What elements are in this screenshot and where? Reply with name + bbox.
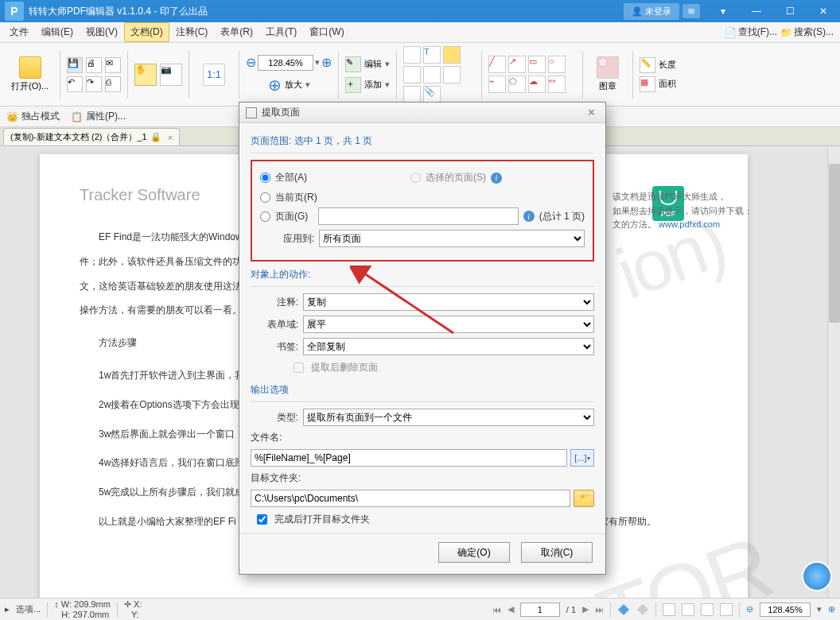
pdf-note-link[interactable]: www.pdfxd.com bbox=[659, 219, 720, 229]
radio-all-pages[interactable]: 全部(A) bbox=[260, 171, 307, 184]
menu-window[interactable]: 窗口(W) bbox=[303, 22, 350, 42]
strike-icon[interactable] bbox=[443, 66, 461, 83]
properties-button[interactable]: 📋 属性(P)... bbox=[71, 110, 126, 123]
polyline-icon[interactable]: ⌁ bbox=[488, 76, 506, 93]
menu-edit[interactable]: 编辑(E) bbox=[35, 22, 80, 42]
page-number-input[interactable] bbox=[520, 603, 560, 617]
form-fields-select[interactable]: 展平 bbox=[303, 316, 594, 333]
oval-icon[interactable]: ○ bbox=[548, 56, 566, 73]
note-icon[interactable] bbox=[403, 46, 421, 64]
measure-area-button[interactable]: ▦ 面积 bbox=[640, 76, 676, 92]
measure-distance-button[interactable]: 📏 长度 bbox=[640, 57, 676, 73]
next-page-icon[interactable]: ▶ bbox=[582, 604, 589, 614]
menu-tools[interactable]: 工具(T) bbox=[259, 22, 303, 42]
zoom-status-dropdown-icon[interactable]: ▾ bbox=[817, 604, 822, 614]
undo-icon[interactable]: ↶ bbox=[67, 76, 83, 92]
highlight-icon[interactable] bbox=[443, 46, 461, 64]
last-page-icon[interactable]: ⏭ bbox=[595, 605, 604, 614]
radio-pages-input[interactable] bbox=[260, 211, 270, 222]
radio-current-input[interactable] bbox=[260, 192, 270, 203]
open-after-checkbox[interactable] bbox=[257, 514, 267, 525]
menu-view[interactable]: 视图(V) bbox=[80, 22, 124, 42]
zoom-out-status-icon[interactable]: ⊖ bbox=[746, 604, 753, 614]
scrollbar-thumb[interactable] bbox=[829, 164, 840, 323]
network-icon[interactable]: ≋ bbox=[682, 4, 700, 18]
polygon-icon[interactable]: ⬠ bbox=[508, 76, 526, 93]
vertical-scrollbar[interactable] bbox=[827, 148, 840, 598]
zoom-in-large-icon[interactable]: ⊕ bbox=[268, 76, 282, 95]
edit-content-icon[interactable]: ✎ bbox=[345, 56, 361, 72]
callout-icon[interactable] bbox=[423, 66, 441, 83]
typewriter-icon[interactable]: T bbox=[423, 46, 441, 64]
zoom-dropdown-icon[interactable]: ▾ bbox=[315, 57, 320, 68]
output-type-select[interactable]: 提取所有页面到一个文件 bbox=[303, 409, 594, 426]
hand-tool-icon[interactable]: ✋ bbox=[134, 64, 157, 86]
bookmarks-select[interactable]: 全部复制 bbox=[303, 338, 594, 355]
menu-document[interactable]: 文档(D) bbox=[124, 22, 169, 42]
actual-size-button[interactable]: 1:1 bbox=[196, 60, 232, 89]
title-dropdown-button[interactable]: ▾ bbox=[706, 0, 740, 22]
menu-form[interactable]: 表单(R) bbox=[214, 22, 259, 42]
info-icon[interactable]: i bbox=[523, 211, 535, 222]
mail-icon[interactable]: ✉ bbox=[105, 57, 121, 73]
maximize-button[interactable]: ☐ bbox=[773, 0, 807, 22]
browse-button[interactable]: 📁 bbox=[574, 490, 594, 507]
find-button[interactable]: 📄查找(F)... bbox=[725, 25, 777, 39]
nav-forward-icon[interactable] bbox=[637, 603, 648, 614]
delete-after-checkbox-row[interactable]: 提取后删除页面 bbox=[290, 360, 594, 375]
zoom-status-input[interactable] bbox=[760, 603, 811, 617]
zoom-in-status-icon[interactable]: ⊕ bbox=[828, 604, 835, 614]
attach-icon[interactable]: 📎 bbox=[423, 86, 441, 103]
filename-input[interactable] bbox=[251, 449, 567, 467]
print-icon[interactable]: 🖨 bbox=[86, 57, 102, 73]
radio-current-page[interactable]: 当前页(R) bbox=[260, 191, 585, 204]
info-icon[interactable]: i bbox=[491, 172, 502, 184]
layout-continuous-icon[interactable] bbox=[682, 603, 694, 616]
document-tab[interactable]: (复制)-新建文本文档 (2)（合并）_1 🔒 × bbox=[3, 128, 180, 145]
apply-to-select[interactable]: 所有页面 bbox=[319, 230, 585, 247]
first-page-icon[interactable]: ⏮ bbox=[492, 605, 501, 614]
options-button[interactable]: 选项... bbox=[16, 603, 41, 615]
minimize-button[interactable]: — bbox=[740, 0, 773, 22]
exclusive-mode-button[interactable]: 👑 独占模式 bbox=[6, 110, 60, 123]
redo-icon[interactable]: ↷ bbox=[86, 76, 102, 92]
cancel-button[interactable]: 取消(C) bbox=[521, 542, 593, 563]
prev-page-icon[interactable]: ◀ bbox=[508, 604, 514, 614]
side-panel-toggle-icon[interactable]: ▸ bbox=[5, 604, 10, 614]
filename-macro-button[interactable]: [...]▾ bbox=[570, 449, 594, 467]
menu-file[interactable]: 文件 bbox=[3, 22, 35, 42]
radio-selected-pages[interactable]: 选择的页面(S) i bbox=[410, 171, 502, 184]
ok-button[interactable]: 确定(O) bbox=[438, 542, 510, 563]
rect-icon[interactable]: ▭ bbox=[528, 56, 546, 73]
zoom-dropdown2-icon[interactable]: ▾ bbox=[305, 79, 310, 90]
pages-input[interactable] bbox=[318, 207, 519, 225]
line-icon[interactable]: ╱ bbox=[488, 56, 506, 73]
nav-back-icon[interactable] bbox=[618, 603, 629, 614]
annotations-select[interactable]: 复制 bbox=[303, 293, 594, 311]
stamp-button[interactable]: 💮 图章 bbox=[589, 53, 626, 95]
snapshot-icon[interactable]: 📷 bbox=[160, 64, 182, 86]
destination-input[interactable] bbox=[251, 490, 570, 507]
login-button[interactable]: 👤 未登录 bbox=[624, 3, 679, 20]
dialog-close-icon[interactable]: ✕ bbox=[584, 107, 599, 118]
layout-facing-icon[interactable] bbox=[701, 603, 714, 616]
save-icon[interactable]: 💾 bbox=[67, 57, 83, 73]
zoom-out-icon[interactable]: ⊖ bbox=[246, 55, 256, 70]
open-button[interactable]: 打开(O)... bbox=[6, 53, 53, 95]
cloud-icon[interactable]: ☁ bbox=[528, 76, 546, 93]
underline-icon[interactable] bbox=[403, 86, 421, 103]
open-after-checkbox-row[interactable]: 完成后打开目标文件夹 bbox=[254, 512, 594, 527]
search-button[interactable]: 📁搜索(S)... bbox=[780, 25, 834, 39]
textbox-icon[interactable] bbox=[403, 66, 421, 83]
radio-all-input[interactable] bbox=[260, 172, 270, 183]
edit-dropdown-icon[interactable]: ▾ bbox=[385, 59, 390, 69]
layout-single-icon[interactable] bbox=[663, 603, 675, 616]
layout-book-icon[interactable] bbox=[720, 603, 733, 616]
close-button[interactable]: ✕ bbox=[807, 0, 840, 22]
add-dropdown-icon[interactable]: ▾ bbox=[385, 79, 390, 90]
pencil-icon[interactable]: ✏ bbox=[548, 76, 566, 93]
menu-comments[interactable]: 注释(C) bbox=[169, 22, 215, 42]
zoom-input[interactable] bbox=[258, 55, 313, 71]
scan-icon[interactable]: ⎙ bbox=[105, 76, 121, 92]
arrow-icon[interactable]: ↗ bbox=[508, 56, 526, 73]
